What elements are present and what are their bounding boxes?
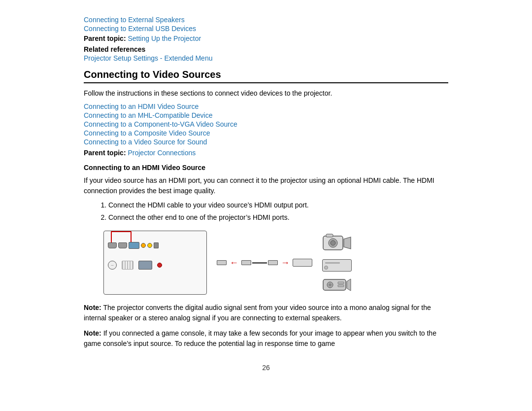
cable-connector-mid1 <box>241 260 251 265</box>
link-external-usb[interactable]: Connecting to External USB Devices <box>84 25 448 33</box>
video-links-block: Connecting to an HDMI Video Source Conne… <box>84 103 448 146</box>
lower-row: ─ <box>108 261 162 270</box>
related-references-link[interactable]: Projector Setup Settings - Extended Menu <box>84 54 212 62</box>
camcorder-icon <box>322 232 352 254</box>
steps-list: Connect the HDMI cable to your video sou… <box>108 200 448 223</box>
cable-connector-left <box>217 260 227 265</box>
port-hdmi2 <box>118 242 127 248</box>
parent-topic-link[interactable]: Setting Up the Projector <box>128 34 201 42</box>
vent-diagram <box>122 261 133 270</box>
hdmi-intro: If your video source has an HDMI port, y… <box>84 175 448 196</box>
note2-text: If you connected a game console, it may … <box>84 329 436 347</box>
red-arrow-right: → <box>281 258 290 268</box>
ports-row-top <box>108 242 159 249</box>
note1-text: The projector converts the digital audio… <box>84 304 431 322</box>
port-usb <box>154 242 159 248</box>
link-external-speakers[interactable]: Connecting to External Speakers <box>84 16 448 24</box>
parent-topic2-line: Parent topic: Projector Connections <box>84 149 448 157</box>
power-btn-diagram: ─ <box>108 261 117 270</box>
svg-rect-8 <box>338 282 344 284</box>
projector-small-icon <box>322 276 352 294</box>
red-arrow-left: ← <box>230 258 238 268</box>
parent-topic-line: Parent topic: Setting Up the Projector <box>84 34 448 42</box>
intro-text: Follow the instructions in these section… <box>84 88 448 99</box>
diagram-area: ─ ← → <box>103 231 448 295</box>
port-circle2 <box>147 243 152 248</box>
step-2: Connect the other end to one of the proj… <box>108 212 448 223</box>
cable-section: ← → <box>217 258 312 268</box>
note1: Note: The projector converts the digital… <box>84 303 448 323</box>
port-vga <box>129 242 139 249</box>
link-hdmi-source[interactable]: Connecting to an HDMI Video Source <box>84 103 448 110</box>
device-icons <box>322 232 352 294</box>
step-1: Connect the HDMI cable to your video sou… <box>108 200 448 210</box>
link-component-vga[interactable]: Connecting to a Component-to-VGA Video S… <box>84 120 448 128</box>
page-number: 26 <box>84 364 448 372</box>
parent-topic2-link[interactable]: Projector Connections <box>128 149 196 157</box>
parent-topic2-label: Parent topic: <box>84 149 126 157</box>
bluray-icon <box>322 259 352 272</box>
link-mhl-device[interactable]: Connecting to an MHL-Compatible Device <box>84 111 448 119</box>
cable-connector-mid2 <box>268 260 278 265</box>
projector-panel-diagram: ─ <box>103 231 207 295</box>
cable-line <box>252 262 267 264</box>
section-heading: Connecting to Video Sources <box>84 69 448 83</box>
port-red-circle <box>157 263 162 268</box>
red-bracket <box>111 231 132 243</box>
port-circle1 <box>141 243 146 248</box>
page-container: Connecting to External Speakers Connecti… <box>64 10 468 377</box>
port-hdmi1 <box>108 242 117 248</box>
svg-point-2 <box>331 240 335 245</box>
svg-marker-3 <box>344 237 351 249</box>
svg-rect-4 <box>326 234 333 237</box>
note2: Note: If you connected a game console, i… <box>84 328 448 349</box>
top-links: Connecting to External Speakers Connecti… <box>84 16 448 33</box>
link-video-sound[interactable]: Connecting to a Video Source for Sound <box>84 138 448 146</box>
link-composite-video[interactable]: Connecting to a Composite Video Source <box>84 129 448 137</box>
svg-marker-10 <box>347 279 351 291</box>
note1-bold: Note: <box>84 304 101 311</box>
note2-bold: Note: <box>84 329 101 337</box>
svg-point-7 <box>329 283 332 286</box>
related-references-heading: Related references <box>84 45 448 53</box>
port-vga2 <box>138 261 152 270</box>
svg-rect-9 <box>338 285 344 287</box>
subsection-heading: Connecting to an HDMI Video Source <box>84 164 448 171</box>
device-box <box>293 259 312 267</box>
parent-topic-label: Parent topic: <box>84 34 126 42</box>
